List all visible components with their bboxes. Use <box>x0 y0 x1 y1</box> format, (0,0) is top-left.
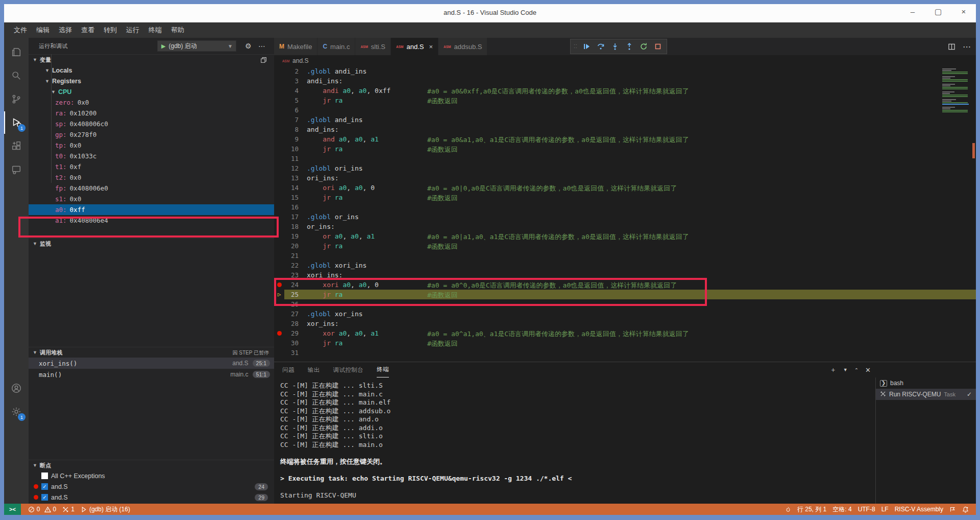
settings-gear-icon[interactable]: 1 <box>4 400 29 423</box>
breakpoint-row-1[interactable]: ✓and.S24 <box>29 481 274 492</box>
extensions-icon[interactable] <box>4 135 29 157</box>
menu-item-帮助[interactable]: 帮助 <box>166 23 189 37</box>
register-row-sp[interactable]: sp:0x408006c0 <box>29 119 274 129</box>
breadcrumb-file[interactable]: and.S <box>292 57 308 64</box>
tab-and.S[interactable]: ASMand.S× <box>391 38 438 55</box>
terminal-output[interactable]: CC -[M] 正在构建 ... slti.SCC -[M] 正在构建 ... … <box>280 382 874 504</box>
minimize-button[interactable]: – <box>908 7 918 16</box>
stack-frame-main[interactable]: main()main.c51:1 <box>29 369 274 380</box>
close-tab-icon[interactable]: × <box>429 43 433 51</box>
breadcrumb[interactable]: ASM and.S <box>274 55 976 66</box>
close-panel-icon[interactable]: ✕ <box>865 366 871 374</box>
drag-handle-icon[interactable]: ⁚⁚ <box>574 44 578 49</box>
register-row-t2[interactable]: t2:0x0 <box>29 172 274 183</box>
language-mode-status[interactable]: RISC-V Assembly <box>892 504 946 515</box>
register-row-gp[interactable]: gp:0x278f0 <box>29 129 274 140</box>
tab-Makefile[interactable]: MMakefile <box>274 38 317 55</box>
menu-item-编辑[interactable]: 编辑 <box>32 23 54 37</box>
variables-header[interactable]: ▼变量 <box>29 54 274 65</box>
restart-button[interactable] <box>637 40 650 53</box>
indentation-status[interactable]: 空格: 4 <box>829 504 854 515</box>
scope-registers[interactable]: ▼Registers <box>29 76 274 86</box>
run-debug-icon[interactable]: 1 <box>4 111 29 134</box>
breakpoint-dot[interactable] <box>274 282 284 287</box>
debug-settings-gear-icon[interactable]: ⚙ <box>245 42 252 50</box>
register-row-a1[interactable]: a1:0x408006e4 <box>29 215 274 226</box>
remote-explorer-icon[interactable] <box>4 158 29 181</box>
watch-header[interactable]: ▼监视 <box>29 238 274 249</box>
start-debug-icon[interactable]: ▶ <box>161 43 165 50</box>
current-line-arrow[interactable]: ▷ <box>274 291 284 298</box>
debug-session-status[interactable]: (gdb) 启动 (16) <box>78 504 133 515</box>
close-button[interactable]: × <box>959 7 969 16</box>
breakpoint-checkbox[interactable]: ✓ <box>41 494 48 501</box>
maximize-panel-icon[interactable]: ⌃ <box>854 367 859 373</box>
tab-slti.S[interactable]: ASMslti.S <box>355 38 391 55</box>
register-row-fp[interactable]: fp:0x408006e0 <box>29 183 274 194</box>
menu-item-查看[interactable]: 查看 <box>77 23 99 37</box>
terminal-list-item-Run-RISCV-QEMU[interactable]: Run RISCV-QEMUTask✓ <box>876 389 976 400</box>
running-tasks-status[interactable]: 1 <box>59 504 78 515</box>
tab-main.c[interactable]: Cmain.c <box>317 38 355 55</box>
register-row-t0[interactable]: t0:0x1033c <box>29 151 274 161</box>
accounts-icon[interactable] <box>4 377 29 399</box>
new-terminal-icon[interactable]: ＋ <box>830 365 837 374</box>
remote-indicator[interactable]: >< <box>4 504 21 515</box>
register-row-tp[interactable]: tp:0x0 <box>29 140 274 151</box>
minimap-line <box>942 96 968 97</box>
menu-item-选择[interactable]: 选择 <box>54 23 77 37</box>
breakpoint-checkbox[interactable]: ✓ <box>41 483 48 490</box>
encoding-status[interactable]: UTF-8 <box>855 504 878 515</box>
tab-addsub.S[interactable]: ASMaddsub.S <box>438 38 487 55</box>
collapse-all-icon[interactable] <box>260 57 267 63</box>
stack-frame-xoriins[interactable]: xori_ins()and.S25:1 <box>29 358 274 369</box>
breakpoint-checkbox[interactable] <box>41 472 48 479</box>
restore-button[interactable]: ▢ <box>933 7 943 16</box>
code-line-7: 7.globl and_ins <box>274 115 976 125</box>
register-row-s1[interactable]: s1:0x0 <box>29 194 274 204</box>
more-actions-icon[interactable]: ⋯ <box>258 42 265 50</box>
source-control-icon[interactable] <box>4 88 29 110</box>
flame-icon[interactable] <box>782 504 794 515</box>
line-number: 11 <box>284 155 299 162</box>
step-over-button[interactable] <box>594 40 607 53</box>
search-icon[interactable] <box>4 64 29 87</box>
register-row-a0[interactable]: a0:0xff <box>29 204 274 215</box>
problems-status[interactable]: 0 0 <box>25 504 59 515</box>
breakpoints-header[interactable]: ▼断点 <box>29 460 274 470</box>
menu-item-文件[interactable]: 文件 <box>9 23 32 37</box>
panel-tab-终端[interactable]: 终端 <box>377 362 389 377</box>
split-editor-icon[interactable] <box>948 43 955 51</box>
panel-tab-问题[interactable]: 问题 <box>282 362 295 377</box>
scope-locals[interactable]: ▼Locals <box>29 65 274 76</box>
notifications-bell-icon[interactable] <box>959 504 972 515</box>
register-row-zero[interactable]: zero:0x0 <box>29 97 274 108</box>
scope-cpu[interactable]: ▼CPU <box>29 86 274 97</box>
menu-item-终端[interactable]: 终端 <box>144 23 166 37</box>
minimap[interactable] <box>942 68 969 114</box>
stop-button[interactable] <box>651 40 665 53</box>
continue-button[interactable] <box>580 40 593 53</box>
breakpoint-dot[interactable] <box>274 331 284 336</box>
panel-tab-输出[interactable]: 输出 <box>308 362 320 377</box>
line-col-status[interactable]: 行 25, 列 1 <box>794 504 829 515</box>
step-into-button[interactable] <box>608 40 622 53</box>
launch-config-dropdown[interactable]: ▶ (gdb) 启动 ▼ <box>157 40 236 52</box>
code-line-11: 11 <box>274 154 976 163</box>
editor-more-actions-icon[interactable]: ⋯ <box>963 42 971 52</box>
feedback-icon[interactable] <box>946 504 959 515</box>
menu-item-转到[interactable]: 转到 <box>99 23 121 37</box>
register-row-t1[interactable]: t1:0xf <box>29 161 274 172</box>
menu-item-运行[interactable]: 运行 <box>121 23 144 37</box>
explorer-icon[interactable] <box>4 41 29 63</box>
code-editor[interactable]: 2.globl andi_ins3andi_ins:4 andi a0, a0,… <box>274 66 976 362</box>
terminal-dropdown-icon[interactable]: ▼ <box>843 367 848 372</box>
terminal-list-item-bash[interactable]: ❯bash <box>876 377 976 389</box>
breakpoint-row-0[interactable]: All C++ Exceptions <box>29 470 274 481</box>
eol-status[interactable]: LF <box>878 504 892 515</box>
call-stack-header[interactable]: ▼调用堆栈 因 STEP 已暂停 <box>29 347 274 358</box>
breakpoint-row-2[interactable]: ✓and.S29 <box>29 492 274 503</box>
step-out-button[interactable] <box>623 40 636 53</box>
panel-tab-调试控制台[interactable]: 调试控制台 <box>333 362 364 377</box>
register-row-ra[interactable]: ra:0x10200 <box>29 108 274 119</box>
